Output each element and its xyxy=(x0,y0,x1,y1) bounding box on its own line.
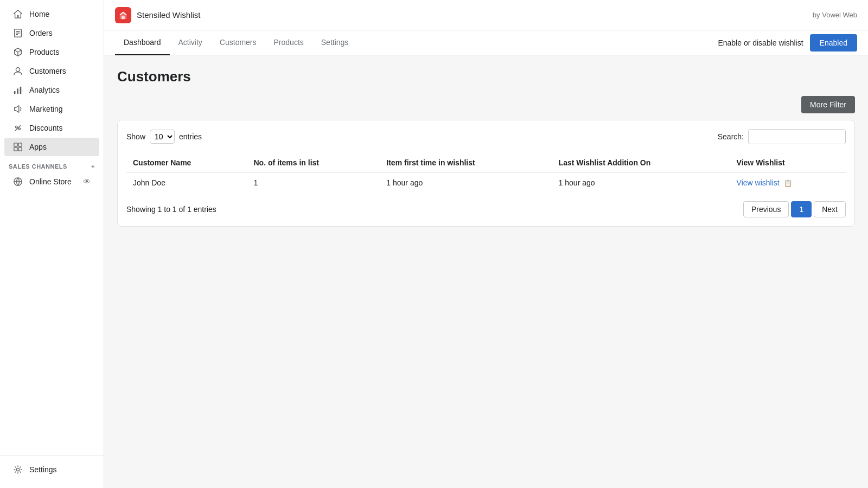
svg-rect-15 xyxy=(18,143,22,146)
sidebar-item-settings[interactable]: Settings xyxy=(4,460,99,479)
table-controls: Show 10 25 50 entries Search: xyxy=(126,129,846,144)
orders-icon xyxy=(13,28,23,38)
svg-rect-14 xyxy=(14,143,17,146)
products-icon xyxy=(13,47,23,57)
sidebar-bottom: Settings xyxy=(0,455,104,488)
view-wishlist-link[interactable]: View wishlist xyxy=(737,178,780,187)
svg-line-5 xyxy=(15,50,18,52)
svg-rect-16 xyxy=(14,147,17,151)
tab-products[interactable]: Products xyxy=(265,30,312,55)
svg-point-12 xyxy=(18,128,21,130)
sidebar-item-online-store[interactable]: Online Store 👁 xyxy=(4,172,99,191)
table-row: John Doe 1 1 hour ago 1 hour ago View wi… xyxy=(126,173,846,193)
app-logo-icon xyxy=(115,7,131,23)
sidebar-item-label-discounts: Discounts xyxy=(29,124,62,132)
online-store-icon xyxy=(13,177,23,187)
entries-label: entries xyxy=(179,132,202,141)
app-name: Stensiled Wishlist xyxy=(137,10,201,20)
main-content: Stensiled Wishlist by Vowel Web Dashboar… xyxy=(104,0,868,488)
marketing-icon xyxy=(13,104,23,114)
page-1-button[interactable]: 1 xyxy=(791,201,812,217)
entries-select[interactable]: 10 25 50 xyxy=(150,130,175,144)
col-customer-name: Customer Name xyxy=(126,153,247,173)
add-sales-channel-icon[interactable]: + xyxy=(91,163,95,170)
svg-point-7 xyxy=(16,68,20,72)
enabled-button[interactable]: Enabled xyxy=(810,34,857,52)
more-filter-button[interactable]: More Filter xyxy=(801,96,855,113)
search-input[interactable] xyxy=(748,129,846,144)
cell-customer-name: John Doe xyxy=(126,173,247,193)
tab-settings[interactable]: Settings xyxy=(312,30,358,55)
svg-point-11 xyxy=(16,126,18,128)
sidebar-item-label-home: Home xyxy=(29,10,49,18)
app-tabs: Dashboard Activity Customers Products Se… xyxy=(115,30,357,55)
app-logo: Stensiled Wishlist xyxy=(115,7,201,23)
app-nav: Dashboard Activity Customers Products Se… xyxy=(104,30,868,55)
pagination-controls: Previous 1 Next xyxy=(743,201,846,217)
showing-text: Showing 1 to 1 of 1 entries xyxy=(126,205,216,214)
cell-items-count: 1 xyxy=(247,173,380,193)
settings-icon xyxy=(13,465,23,474)
col-view-wishlist: View Wishlist xyxy=(730,153,846,173)
show-label: Show xyxy=(126,132,145,141)
wishlist-toggle: Enable or disable wishlist Enabled xyxy=(718,34,857,52)
sidebar-item-label-apps: Apps xyxy=(29,143,47,151)
sidebar-item-products[interactable]: Products xyxy=(4,43,99,61)
svg-rect-8 xyxy=(14,91,16,94)
home-icon xyxy=(13,9,23,19)
previous-button[interactable]: Previous xyxy=(743,201,789,217)
table-header: Customer Name No. of items in list Item … xyxy=(126,153,846,173)
topbar: Stensiled Wishlist by Vowel Web xyxy=(104,0,868,30)
sidebar-item-home[interactable]: Home xyxy=(4,5,99,23)
col-items-count: No. of items in list xyxy=(247,153,380,173)
sidebar-item-label-customers: Customers xyxy=(29,67,66,75)
svg-point-19 xyxy=(16,468,19,471)
tab-activity[interactable]: Activity xyxy=(170,30,211,55)
customers-icon xyxy=(13,66,23,76)
sidebar-item-marketing[interactable]: Marketing xyxy=(4,100,99,118)
pagination-area: Showing 1 to 1 of 1 entries Previous 1 N… xyxy=(126,201,846,217)
analytics-icon xyxy=(13,85,23,95)
svg-rect-20 xyxy=(122,16,124,18)
sidebar-item-apps[interactable]: Apps xyxy=(4,138,99,156)
tab-customers[interactable]: Customers xyxy=(211,30,265,55)
sidebar-item-label-orders: Orders xyxy=(29,29,53,37)
svg-rect-17 xyxy=(18,147,22,151)
settings-label: Settings xyxy=(29,465,57,474)
by-label: by Vowel Web xyxy=(813,11,857,19)
sales-channels-section: SALES CHANNELS + xyxy=(0,157,104,172)
svg-line-6 xyxy=(18,50,21,52)
sidebar-nav: Home Orders Pr xyxy=(0,0,104,455)
sidebar: Home Orders Pr xyxy=(0,0,104,488)
online-store-visibility-icon[interactable]: 👁 xyxy=(83,177,91,186)
discounts-icon xyxy=(13,123,23,133)
sidebar-item-label-products: Products xyxy=(29,48,59,56)
apps-icon xyxy=(13,142,23,152)
svg-rect-9 xyxy=(17,88,18,94)
col-first-time: Item first time in wishlist xyxy=(380,153,552,173)
online-store-label: Online Store xyxy=(29,177,72,186)
toggle-label: Enable or disable wishlist xyxy=(718,38,803,47)
customers-table: Customer Name No. of items in list Item … xyxy=(126,153,846,192)
sidebar-item-orders[interactable]: Orders xyxy=(4,24,99,42)
sidebar-item-label-marketing: Marketing xyxy=(29,105,62,113)
view-wishlist-icon: 📋 xyxy=(784,179,792,187)
sidebar-item-analytics[interactable]: Analytics xyxy=(4,81,99,99)
search-area: Search: xyxy=(718,129,846,144)
sidebar-item-discounts[interactable]: Discounts xyxy=(4,119,99,137)
search-label: Search: xyxy=(718,132,744,141)
tab-dashboard[interactable]: Dashboard xyxy=(115,30,170,55)
sidebar-item-customers[interactable]: Customers xyxy=(4,62,99,80)
customers-card: Show 10 25 50 entries Search: xyxy=(117,120,855,227)
svg-rect-10 xyxy=(20,87,22,94)
page-title: Customers xyxy=(117,68,855,85)
sales-channels-label: SALES CHANNELS xyxy=(9,163,67,170)
table-body: John Doe 1 1 hour ago 1 hour ago View wi… xyxy=(126,173,846,193)
cell-first-time: 1 hour ago xyxy=(380,173,552,193)
col-last-addition: Last Wishlist Addition On xyxy=(552,153,730,173)
cell-view-wishlist: View wishlist 📋 xyxy=(730,173,846,193)
cell-last-addition: 1 hour ago xyxy=(552,173,730,193)
content-area: Customers More Filter Show 10 25 50 entr… xyxy=(104,55,868,488)
show-entries: Show 10 25 50 entries xyxy=(126,130,202,144)
next-button[interactable]: Next xyxy=(814,201,846,217)
